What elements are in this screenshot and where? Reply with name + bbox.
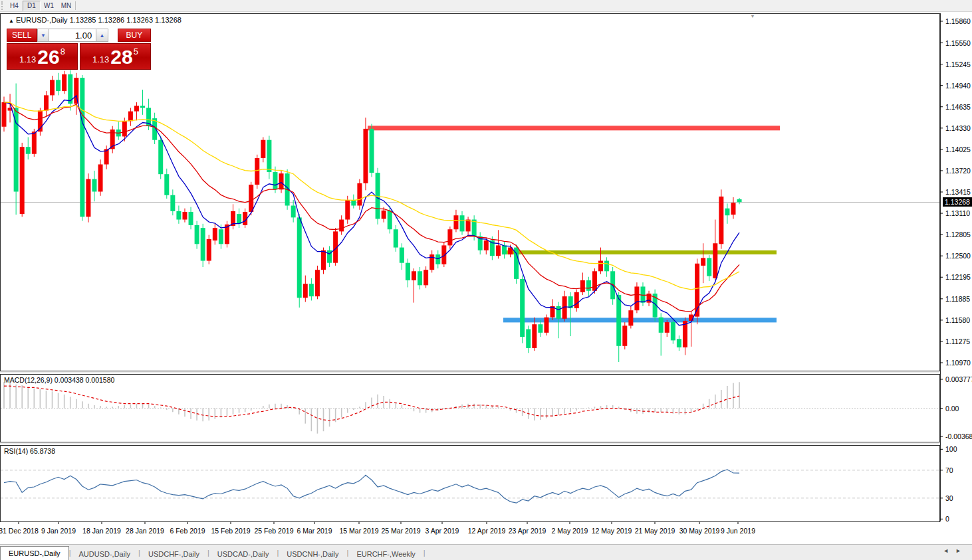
sell-button[interactable]: SELL [7,29,37,42]
symbol-tab-audusd[interactable]: AUDUSD-,Daily [70,547,138,560]
terminal-window: H4 D1 W1 MN 1.158601.155501.152451.14940… [0,0,972,560]
symbol-tab-usdchf[interactable]: USDCHF-,Daily [140,547,207,560]
symbol-tab-usdcnh[interactable]: USDCNH-,Daily [279,547,346,560]
timeframe-w1-button[interactable]: W1 [40,1,58,11]
toolbar-separator [75,1,76,10]
chart-tab-bar: EURUSD-,Daily|AUDUSD-,Daily|USDCHF-,Dail… [0,544,972,560]
toolbar-grip [1,1,5,10]
expand-arrow-icon[interactable]: ▲ [9,18,14,24]
volume-input[interactable] [49,29,96,42]
buy-price-prefix: 1.13 [92,52,109,67]
chart-canvas[interactable] [0,0,972,560]
tab-scroll-arrows[interactable]: ◄► [943,547,968,554]
buy-button[interactable]: BUY [118,29,151,42]
tab-scroll-right-icon[interactable]: ► [955,547,968,554]
symbol-tab-eurusd[interactable]: EURUSD-,Daily [0,546,69,560]
chart-symbol-info: ▲ EURUSD-,Daily 1.13285 1.13286 1.13263 … [9,16,182,24]
sell-price-panel[interactable]: 1.13 26 8 [7,43,78,70]
timeframe-mn-button[interactable]: MN [57,1,75,11]
chart-shift-marker-icon[interactable]: ▼ [750,13,755,19]
volume-decrease-button[interactable]: ▼ [37,29,50,42]
sell-price-pip: 8 [61,42,65,62]
buy-price-panel[interactable]: 1.13 28 5 [80,43,151,70]
symbol-tab-usdcad[interactable]: USDCAD-,Daily [209,547,277,560]
buy-price-digits: 28 [110,47,132,67]
tab-scroll-left-icon[interactable]: ◄ [943,547,955,554]
timeframe-d1-button[interactable]: D1 [23,1,41,11]
one-click-trading-widget: SELL ▼ ▲ BUY 1.13 26 8 1.13 28 5 [7,29,151,70]
macd-indicator-label: MACD(12,26,9) 0.003438 0.001580 [4,376,114,384]
timeframe-toolbar: H4 D1 W1 MN [0,0,972,12]
buy-price-pip: 5 [134,42,138,62]
sell-price-prefix: 1.13 [19,52,36,67]
current-price-badge: 1.13268 [943,197,972,207]
sell-price-digits: 26 [37,47,59,67]
symbol-tab-eurchf[interactable]: EURCHF-,Weekly [348,547,423,560]
rsi-indicator-label: RSI(14) 65.8738 [4,447,55,455]
tab-separator: | [424,549,425,557]
volume-increase-button[interactable]: ▲ [96,29,108,42]
symbol-ohlc-text: EURUSD-,Daily 1.13285 1.13286 1.13263 1.… [16,16,182,24]
timeframe-h4-button[interactable]: H4 [5,1,23,11]
